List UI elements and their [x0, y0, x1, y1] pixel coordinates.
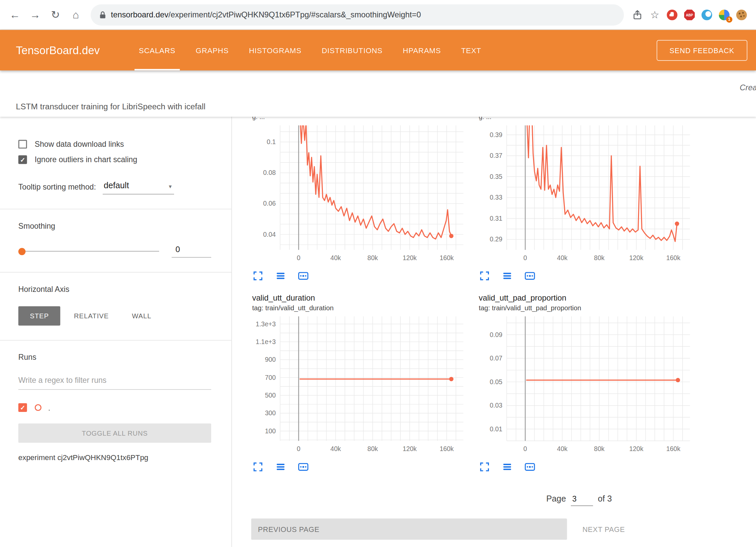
browser-actions: ☆ ABP 1 — [629, 6, 750, 23]
nav-tabs: SCALARS GRAPHS HISTOGRAMS DISTRIBUTIONS … — [129, 30, 491, 70]
runs-list-icon[interactable] — [275, 270, 286, 282]
smoothing-label: Smoothing — [18, 222, 211, 231]
runs-filter-input[interactable] — [18, 374, 211, 390]
adblock-extension-icon[interactable] — [663, 6, 681, 23]
settings-sidebar: Show data download links ✓ Ignore outlie… — [0, 117, 232, 547]
svg-text:80k: 80k — [367, 445, 378, 452]
fit-domain-icon[interactable] — [524, 270, 536, 282]
svg-text:0.31: 0.31 — [490, 215, 502, 222]
previous-page-button[interactable]: PREVIOUS PAGE — [251, 519, 567, 540]
page-number-input[interactable] — [571, 495, 593, 506]
horizontal-axis-buttons: STEP RELATIVE WALL — [18, 306, 211, 326]
svg-text:160k: 160k — [439, 254, 454, 261]
url-path: /experiment/cj2vtPiwQHKN9Q1tx6PTpg/#scal… — [168, 10, 421, 19]
blue-extension-icon[interactable] — [698, 6, 716, 23]
scalar-chart-plot[interactable]: 0.290.310.330.350.370.39040k80k120k160k — [478, 122, 696, 266]
svg-text:40k: 40k — [331, 254, 341, 261]
chevron-down-icon: ▼ — [168, 184, 172, 189]
ignore-outliers-label: Ignore outliers in chart scaling — [35, 155, 137, 164]
expand-chart-icon[interactable] — [479, 461, 491, 473]
ignore-outliers-row: ✓ Ignore outliers in chart scaling — [18, 155, 211, 164]
fit-domain-icon[interactable] — [297, 461, 309, 473]
bookmark-star-icon[interactable]: ☆ — [646, 6, 663, 23]
chart-card-valid-utt-pad-proportion: valid_utt_pad_proportion tag: train/vali… — [478, 290, 696, 472]
chart-toolbar — [479, 461, 696, 473]
tooltip-sorting-select[interactable]: default▼ — [103, 180, 174, 195]
abp-extension-icon[interactable]: ABP — [681, 6, 698, 23]
home-icon[interactable]: ⌂ — [66, 5, 86, 25]
tab-distributions[interactable]: DISTRIBUTIONS — [317, 30, 387, 70]
runs-list-icon[interactable] — [275, 461, 286, 473]
svg-text:0.1: 0.1 — [267, 138, 276, 145]
ssl-lock-icon — [99, 11, 106, 18]
slider-thumb[interactable] — [18, 248, 26, 255]
svg-text:0.09: 0.09 — [490, 331, 502, 338]
tab-scalars[interactable]: SCALARS — [134, 30, 179, 70]
svg-text:0.04: 0.04 — [263, 231, 276, 238]
svg-text:0.03: 0.03 — [490, 402, 502, 409]
pagination: Page of 3 — [546, 494, 756, 506]
fit-domain-icon[interactable] — [297, 270, 309, 282]
scalar-chart-plot[interactable]: 0.010.030.050.070.09040k80k120k160k — [478, 314, 696, 457]
runs-list-icon[interactable] — [501, 270, 513, 282]
runs-list-icon[interactable] — [501, 461, 513, 473]
svg-text:40k: 40k — [557, 445, 568, 452]
svg-text:1.3e+3: 1.3e+3 — [256, 320, 276, 328]
next-page-button[interactable]: NEXT PAGE — [580, 525, 628, 534]
chart-card-top-left: g: ... 0.040.060.080.1040k80k120k160k — [251, 117, 469, 282]
runs-section: Runs ✓ . TOGGLE ALL RUNS experiment cj2v… — [0, 340, 231, 476]
scalar-chart-plot[interactable]: 1003005007009001.1e+31.3e+3040k80k120k16… — [251, 314, 469, 457]
svg-text:80k: 80k — [594, 254, 605, 261]
back-icon[interactable]: ← — [5, 5, 25, 25]
svg-text:300: 300 — [265, 409, 276, 417]
step-axis-button[interactable]: STEP — [18, 306, 60, 326]
show-download-links-checkbox[interactable] — [18, 140, 27, 148]
reload-icon[interactable]: ↻ — [45, 5, 66, 25]
tab-hparams[interactable]: HPARAMS — [398, 30, 445, 70]
pager-buttons: PREVIOUS PAGE NEXT PAGE — [251, 519, 756, 540]
forward-icon[interactable]: → — [25, 5, 45, 25]
svg-text:0: 0 — [297, 445, 300, 452]
svg-text:0.06: 0.06 — [263, 200, 276, 207]
expand-chart-icon[interactable] — [252, 461, 264, 473]
browser-toolbar: ← → ↻ ⌂ tensorboard.dev/experiment/cj2vt… — [0, 0, 756, 30]
experiment-id-label: experiment cj2vtPiwQHKN9Q1tx6PTpg — [18, 453, 211, 462]
relative-axis-button[interactable]: RELATIVE — [64, 306, 118, 326]
smoothing-slider-row — [18, 245, 211, 258]
svg-text:40k: 40k — [331, 445, 341, 452]
cookie-extension-icon[interactable] — [733, 6, 750, 23]
runs-label: Runs — [18, 353, 211, 362]
svg-text:160k: 160k — [439, 445, 454, 452]
svg-text:0.39: 0.39 — [490, 131, 502, 138]
tab-histograms[interactable]: HISTOGRAMS — [245, 30, 306, 70]
chart-toolbar — [252, 270, 469, 282]
svg-text:100: 100 — [265, 427, 276, 435]
svg-text:0.01: 0.01 — [490, 425, 502, 433]
svg-text:120k: 120k — [403, 254, 417, 261]
clipped-created-text: Crea — [740, 83, 756, 92]
tab-text[interactable]: TEXT — [457, 30, 486, 70]
chart-title: valid_utt_duration — [252, 293, 469, 302]
expand-chart-icon[interactable] — [479, 270, 491, 282]
send-feedback-button[interactable]: SEND FEEDBACK — [656, 40, 747, 61]
share-icon[interactable] — [629, 6, 646, 23]
fit-domain-icon[interactable] — [524, 461, 536, 473]
profile-avatar-icon[interactable]: 1 — [716, 6, 733, 23]
svg-text:0: 0 — [297, 254, 300, 261]
svg-text:0.29: 0.29 — [490, 235, 502, 243]
ignore-outliers-checkbox[interactable]: ✓ — [18, 155, 27, 164]
wall-axis-button[interactable]: WALL — [122, 306, 161, 326]
notification-badge: 1 — [726, 16, 733, 22]
smoothing-value-input[interactable] — [172, 245, 211, 258]
address-bar[interactable]: tensorboard.dev/experiment/cj2vtPiwQHKN9… — [91, 4, 624, 25]
run-checkbox[interactable]: ✓ — [18, 403, 27, 412]
expand-chart-icon[interactable] — [252, 270, 264, 282]
toggle-all-runs-button[interactable]: TOGGLE ALL RUNS — [18, 424, 211, 443]
experiment-description: LSTM transducer training for LibriSpeech… — [16, 102, 206, 112]
svg-text:500: 500 — [265, 392, 276, 399]
svg-text:0.08: 0.08 — [263, 169, 276, 176]
slider-track[interactable] — [24, 251, 159, 252]
svg-text:1.1e+3: 1.1e+3 — [256, 338, 276, 345]
tab-graphs[interactable]: GRAPHS — [191, 30, 233, 70]
scalar-chart-plot[interactable]: 0.040.060.080.1040k80k120k160k — [251, 122, 469, 266]
